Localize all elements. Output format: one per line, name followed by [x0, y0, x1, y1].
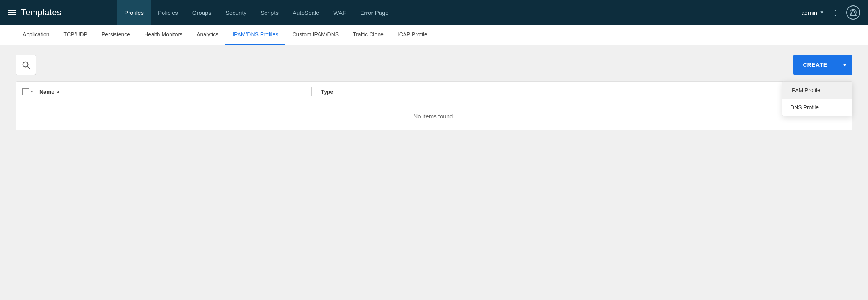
top-nav-left: Templates [8, 7, 117, 18]
col-type-label: Type [321, 89, 334, 95]
nav-item-waf[interactable]: WAF [326, 0, 353, 25]
svg-point-1 [850, 9, 856, 16]
create-dropdown-menu: IPAM Profile DNS Profile [782, 81, 852, 116]
dropdown-item-dns-profile[interactable]: DNS Profile [782, 99, 852, 116]
search-icon [21, 61, 30, 69]
dropdown-item-ipam-profile[interactable]: IPAM Profile [782, 82, 852, 99]
main-content: CREATE ▼ ▾ Name ▲ Type No items found. [0, 45, 868, 140]
tab-analytics[interactable]: Analytics [189, 25, 225, 45]
nav-user-chevron-icon: ▼ [820, 10, 824, 15]
sub-nav: Application TCP/UDP Persistence Health M… [0, 25, 868, 45]
tab-persistence[interactable]: Persistence [95, 25, 137, 45]
tab-icap-profile[interactable]: ICAP Profile [391, 25, 434, 45]
table-container: ▾ Name ▲ Type No items found. [16, 81, 852, 130]
nav-item-autoscale[interactable]: AutoScale [286, 0, 326, 25]
col-divider [311, 87, 312, 96]
nav-items: Profiles Policies Groups Security Script… [117, 0, 801, 25]
tab-application[interactable]: Application [16, 25, 57, 45]
nav-right: admin ▼ ⋮ [801, 5, 860, 20]
col-type-header: Type [321, 89, 846, 95]
create-button[interactable]: CREATE [793, 55, 837, 75]
top-nav: Templates Profiles Policies Groups Secur… [0, 0, 868, 25]
no-items-text: No items found. [413, 113, 454, 120]
search-button[interactable] [16, 55, 36, 75]
nav-item-scripts[interactable]: Scripts [254, 0, 286, 25]
nav-item-policies[interactable]: Policies [151, 0, 185, 25]
create-chevron-icon: ▼ [842, 62, 848, 68]
nav-user[interactable]: admin ▼ [801, 9, 824, 16]
tab-health-monitors[interactable]: Health Monitors [137, 25, 189, 45]
app-title: Templates [21, 7, 61, 18]
col-name-header: Name ▲ [39, 89, 302, 95]
select-all-checkbox[interactable] [22, 88, 29, 95]
toolbar: CREATE ▼ [16, 55, 852, 75]
col-name-label: Name [39, 89, 54, 95]
svg-line-3 [27, 66, 29, 68]
tab-ipam-dns[interactable]: IPAM/DNS Profiles [225, 25, 285, 45]
create-chevron-button[interactable]: ▼ [837, 55, 852, 75]
nav-item-profiles[interactable]: Profiles [117, 0, 151, 25]
create-btn-group: CREATE ▼ [793, 55, 852, 75]
sort-asc-icon[interactable]: ▲ [56, 89, 61, 95]
tab-tcp-udp[interactable]: TCP/UDP [57, 25, 95, 45]
hamburger-icon[interactable] [8, 10, 16, 15]
table-header: ▾ Name ▲ Type [16, 82, 852, 102]
nav-item-error-page[interactable]: Error Page [353, 0, 396, 25]
checkbox-chevron-icon[interactable]: ▾ [31, 89, 33, 94]
nav-item-security[interactable]: Security [218, 0, 254, 25]
tab-traffic-clone[interactable]: Traffic Clone [346, 25, 391, 45]
nav-username: admin [801, 9, 817, 16]
checkbox-area: ▾ [22, 88, 33, 95]
nav-item-groups[interactable]: Groups [185, 0, 218, 25]
nav-more-icon[interactable]: ⋮ [829, 8, 841, 17]
tab-custom-ipam[interactable]: Custom IPAM/DNS [285, 25, 346, 45]
nav-logo-icon [846, 5, 860, 20]
table-body: No items found. [16, 102, 852, 130]
